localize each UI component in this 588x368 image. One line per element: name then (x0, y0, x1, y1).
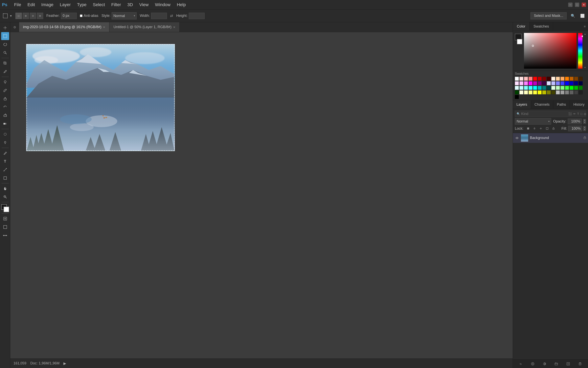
swatch[interactable] (524, 81, 528, 85)
swatch[interactable] (551, 90, 555, 94)
swatch[interactable] (529, 81, 533, 85)
swatch[interactable] (551, 77, 555, 81)
swatch[interactable] (574, 77, 578, 81)
bg-color-box[interactable] (517, 39, 522, 44)
fill-step-down[interactable]: ▼ (583, 129, 586, 131)
swatch[interactable] (542, 81, 546, 85)
swatch[interactable] (529, 77, 533, 81)
opacity-step-down[interactable]: ▼ (583, 121, 586, 124)
swatch[interactable] (515, 95, 519, 99)
swatch[interactable] (533, 81, 537, 85)
height-input[interactable] (189, 13, 205, 19)
doc-info-arrow[interactable]: ▶ (63, 361, 66, 366)
menu-help[interactable]: Help (174, 1, 189, 9)
eraser-tool[interactable] (1, 111, 9, 119)
workspace-btn[interactable]: ⬜ (579, 13, 586, 19)
feather-input[interactable] (61, 13, 77, 19)
add-group-btn[interactable] (553, 361, 559, 367)
tool-mode-toggle[interactable]: ▼ (2, 13, 12, 19)
intersect-selection-btn[interactable]: ⊗ (37, 13, 43, 19)
tab-swatches[interactable]: Swatches (530, 22, 553, 31)
extras-btn[interactable]: ●●● (1, 231, 9, 239)
filter-type-icon[interactable]: T (577, 112, 579, 115)
tab-channels[interactable]: Channels (531, 100, 553, 109)
swatch[interactable] (542, 90, 546, 94)
swatch[interactable] (524, 86, 528, 90)
blur-tool[interactable] (1, 130, 9, 138)
opacity-step-up[interactable]: ▲ (583, 119, 586, 121)
add-adjustment-btn[interactable] (542, 361, 548, 367)
swatch[interactable] (565, 86, 569, 90)
swatch[interactable] (551, 81, 555, 85)
swatch[interactable] (561, 90, 564, 94)
width-input[interactable] (151, 13, 167, 19)
hand-tool[interactable] (1, 184, 9, 193)
swatch[interactable] (551, 86, 555, 90)
swatch[interactable] (570, 86, 574, 90)
swatch[interactable] (547, 86, 551, 90)
type-tool[interactable]: T (1, 157, 9, 165)
delete-layer-btn[interactable] (577, 361, 583, 367)
color-spectrum[interactable] (578, 33, 582, 69)
swatch[interactable] (574, 81, 578, 85)
anti-alias-checkbox[interactable] (80, 14, 82, 17)
swatch[interactable] (524, 90, 528, 94)
lock-pixels-icon[interactable] (526, 126, 531, 131)
swatch[interactable] (574, 86, 578, 90)
tab-layers[interactable]: Layers (513, 100, 531, 109)
swatch[interactable] (570, 81, 574, 85)
tab-untitled-close[interactable]: ✕ (173, 26, 175, 29)
swatch[interactable] (565, 90, 569, 94)
swatch[interactable] (538, 86, 542, 90)
swatch[interactable] (515, 77, 519, 81)
swatch[interactable] (579, 77, 583, 81)
lasso-tool[interactable] (1, 40, 9, 48)
menu-window[interactable]: Window (152, 1, 173, 9)
swatch[interactable] (538, 90, 542, 94)
tab-image-file[interactable]: img-2020-10-03-14-58-19.png @ 161% (RGB/… (19, 22, 109, 32)
anti-alias-group[interactable]: Anti-alias (80, 14, 98, 18)
brush-tool[interactable] (1, 86, 9, 94)
close-btn[interactable]: ✕ (582, 3, 586, 7)
swatch[interactable] (574, 90, 578, 94)
search-btn[interactable]: 🔍 (570, 13, 576, 19)
filter-pixel-icon[interactable]: ⬛ (568, 112, 572, 115)
eyedropper-tool[interactable] (1, 68, 9, 75)
lock-image-icon[interactable] (532, 126, 537, 131)
swatch[interactable] (515, 81, 519, 85)
swatch[interactable] (529, 86, 533, 90)
swatch[interactable] (542, 77, 546, 81)
move-tool[interactable] (1, 24, 9, 32)
swatch[interactable] (570, 77, 574, 81)
swatch[interactable] (556, 81, 560, 85)
fill-step-up[interactable]: ▲ (583, 126, 586, 129)
minimize-btn[interactable]: ─ (568, 3, 572, 7)
swatch[interactable] (515, 90, 519, 94)
tab-image-file-close[interactable]: ✕ (103, 26, 105, 29)
screen-mode-btn[interactable] (1, 223, 9, 231)
swatch[interactable] (547, 77, 551, 81)
tab-history[interactable]: History (570, 100, 588, 109)
tab-paths[interactable]: Paths (553, 100, 570, 109)
menu-type[interactable]: Type (74, 1, 90, 9)
menu-select[interactable]: Select (90, 1, 108, 9)
style-select[interactable]: Normal Fixed Ratio Fixed Size (112, 12, 136, 19)
tab-color[interactable]: Color (513, 22, 530, 31)
swatch[interactable] (515, 86, 519, 90)
menu-filter[interactable]: Filter (109, 1, 124, 9)
swatch[interactable] (561, 86, 564, 90)
path-selection-tool[interactable] (1, 166, 9, 174)
shape-tool[interactable] (1, 174, 9, 182)
menu-image[interactable]: Image (38, 1, 56, 9)
add-mask-btn[interactable] (530, 361, 536, 367)
tab-untitled[interactable]: Untitled-1 @ 50% (Layer 1, RGB/8#) ✕ (109, 22, 179, 32)
swatch[interactable] (556, 77, 560, 81)
panel-options-btn[interactable]: ⚙ (10, 22, 19, 32)
swatch[interactable] (533, 90, 537, 94)
spot-healing-tool[interactable] (1, 78, 9, 86)
new-selection-btn[interactable]: □ (16, 13, 22, 19)
pen-tool[interactable] (1, 149, 9, 157)
color-panel-menu-btn[interactable]: ≡ (581, 22, 588, 31)
menu-3d[interactable]: 3D (125, 1, 136, 9)
layer-visibility-eye[interactable] (515, 136, 519, 140)
